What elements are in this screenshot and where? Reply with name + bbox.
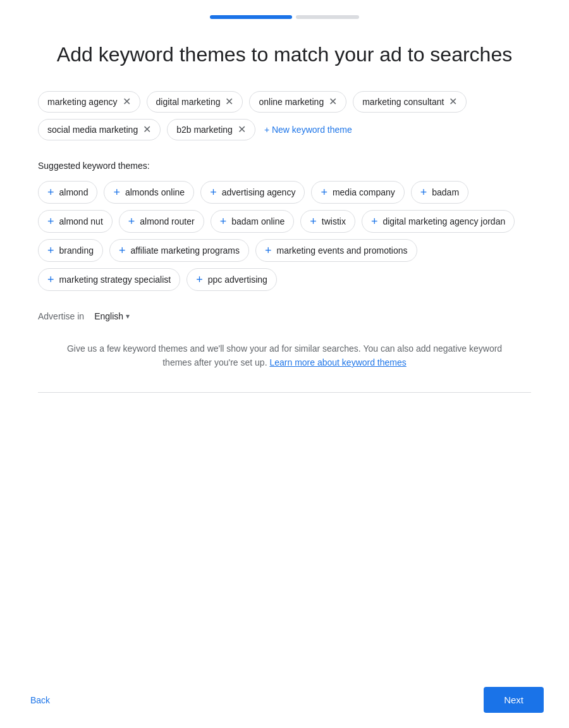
progress-step-2 [296,15,359,19]
suggested-keyword-chip-media-company[interactable]: +media company [311,181,404,204]
close-icon[interactable]: ✕ [329,97,337,107]
keyword-label: online marketing [259,97,324,107]
suggested-keyword-label: branding [59,245,94,256]
plus-icon: + [321,187,327,198]
footer: Back Next [0,672,569,728]
page-title: Add keyword themes to match your ad to s… [38,42,531,68]
advertise-label: Advertise in [38,311,84,321]
suggested-keyword-chip-marketing-events-and-promotions[interactable]: +marketing events and promotions [255,239,417,262]
plus-icon: + [113,187,120,198]
suggested-keyword-label: media company [333,187,395,197]
language-selector[interactable]: English ▾ [94,311,130,321]
suggested-keyword-chip-advertising-agency[interactable]: +advertising agency [200,181,305,204]
advertise-section: Advertise in English ▾ [38,311,531,321]
info-text-block: Give us a few keyword themes and we'll s… [63,342,506,370]
selected-keywords-container: marketing agency✕digital marketing✕onlin… [38,91,531,140]
plus-icon: + [47,274,54,285]
new-keyword-link[interactable]: + New keyword theme [262,119,355,140]
suggested-keyword-chip-affiliate-marketing-programs[interactable]: +affiliate marketing programs [109,239,249,262]
selected-keyword-chip-digital-marketing[interactable]: digital marketing✕ [147,91,243,113]
close-icon[interactable]: ✕ [449,97,457,107]
plus-icon: + [128,216,135,227]
selected-keyword-chip-b2b-marketing[interactable]: b2b marketing✕ [167,119,255,140]
suggested-keyword-label: advertising agency [222,187,296,197]
suggested-keyword-chip-branding[interactable]: +branding [38,239,103,262]
suggested-keyword-chip-almonds-online[interactable]: +almonds online [104,181,194,204]
suggested-keyword-label: affiliate marketing programs [131,245,240,256]
suggested-keyword-chip-almond-nut[interactable]: +almond nut [38,210,113,233]
keyword-label: marketing agency [47,97,118,107]
suggested-keyword-chip-badam-online[interactable]: +badam online [211,210,295,233]
selected-keyword-chip-marketing-agency[interactable]: marketing agency✕ [38,91,140,113]
chevron-down-icon: ▾ [126,312,130,321]
suggested-keyword-chip-badam[interactable]: +badam [411,181,468,204]
suggested-keyword-chip-marketing-strategy-specialist[interactable]: +marketing strategy specialist [38,268,180,291]
suggested-keyword-label: badam [432,187,459,197]
plus-icon: + [196,274,203,285]
suggested-keyword-label: ppc advertising [208,275,267,285]
selected-keyword-chip-online-marketing[interactable]: online marketing✕ [249,91,346,113]
suggested-keyword-chip-ppc-advertising[interactable]: +ppc advertising [187,268,277,291]
learn-more-link[interactable]: Learn more about keyword themes [269,357,406,367]
plus-icon: + [119,245,126,256]
suggested-label: Suggested keyword themes: [38,161,531,171]
close-icon[interactable]: ✕ [238,125,246,135]
suggested-keyword-label: almond [59,187,89,197]
suggested-keyword-label: marketing strategy specialist [59,275,171,285]
selected-keywords-section: marketing agency✕digital marketing✕onlin… [38,91,531,143]
plus-icon: + [265,245,272,256]
close-icon[interactable]: ✕ [143,125,151,135]
close-icon[interactable]: ✕ [123,97,131,107]
suggested-keyword-chip-twistix[interactable]: +twistix [300,210,355,233]
suggested-chips-container: +almond+almonds online+advertising agenc… [38,181,531,291]
progress-bar [208,15,361,19]
footer-divider [38,392,531,393]
suggested-keyword-chip-almond-router[interactable]: +almond router [119,210,204,233]
plus-icon: + [310,216,317,227]
suggested-keyword-label: almonds online [125,187,185,197]
keyword-label: marketing consultant [362,97,444,107]
selected-keyword-chip-social-media-marketing[interactable]: social media marketing✕ [38,119,161,140]
back-button[interactable]: Back [25,689,55,712]
suggested-keyword-label: marketing events and promotions [277,245,408,256]
keyword-label: b2b marketing [176,125,233,135]
suggested-keyword-label: almond nut [59,216,103,226]
suggested-keyword-chip-almond[interactable]: +almond [38,181,97,204]
next-button[interactable]: Next [484,687,544,713]
plus-icon: + [47,245,54,256]
progress-step-1 [210,15,292,19]
suggested-keyword-chip-digital-marketing-agency-jordan[interactable]: +digital marketing agency jordan [362,210,515,233]
keyword-label: social media marketing [47,125,138,135]
plus-icon: + [210,187,217,198]
selected-keyword-chip-marketing-consultant[interactable]: marketing consultant✕ [353,91,467,113]
language-label: English [94,311,123,321]
suggested-keyword-label: digital marketing agency jordan [382,216,505,226]
suggested-keyword-label: twistix [322,216,346,226]
keyword-label: digital marketing [156,97,221,107]
plus-icon: + [47,216,54,227]
plus-icon: + [420,187,427,198]
suggested-keyword-label: badam online [231,216,284,226]
close-icon[interactable]: ✕ [225,97,233,107]
plus-icon: + [220,216,227,227]
suggested-section: Suggested keyword themes: +almond+almond… [38,161,531,291]
plus-icon: + [47,187,54,198]
plus-icon: + [371,216,378,227]
suggested-keyword-label: almond router [140,216,194,226]
